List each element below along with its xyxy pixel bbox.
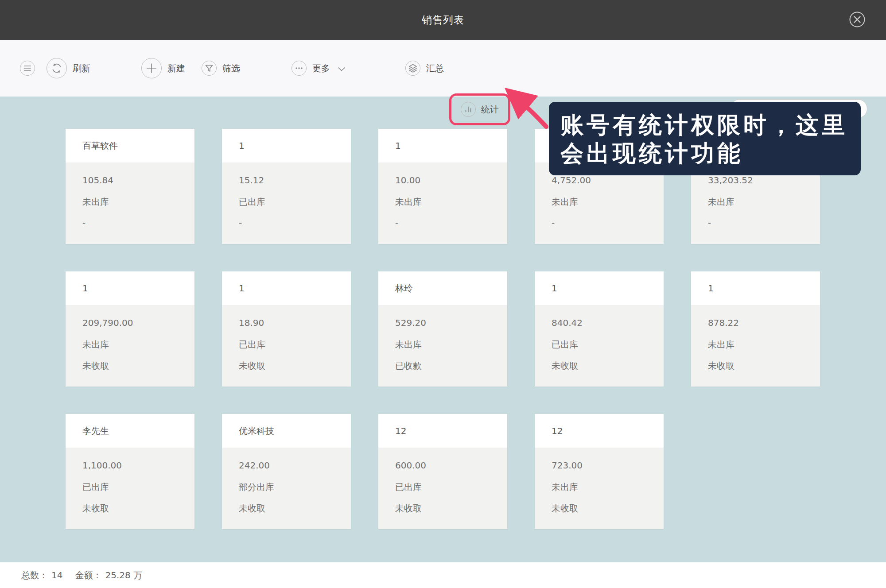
filter-button[interactable]: 筛选 [202,40,240,97]
callout-line1: 账号有统计权限时，这里 [560,111,861,139]
card-body: 878.22 未出库 未收取 [691,305,820,387]
stats-label: 统计 [481,104,499,116]
order-amount: 209,790.00 [82,317,190,327]
callout-line2: 会出现统计功能 [560,139,861,167]
stock-status: 已出库 [395,481,503,491]
plus-icon [141,58,162,78]
stock-status: 未出库 [395,339,503,348]
payment-status: 未收取 [395,503,503,512]
callout-tooltip: 账号有统计权限时，这里 会出现统计功能 [549,102,861,175]
total-count-label: 总数： [21,569,48,581]
customer-name: 1 [82,283,88,294]
order-amount: 878.22 [708,317,816,327]
payment-status: - [552,217,659,227]
sales-card[interactable]: 李先生 1,100.00 已出库 未收取 [66,414,194,529]
chevron-down-icon [338,63,346,74]
payment-status: 未收取 [552,360,659,369]
payment-status: 未收取 [239,360,346,369]
payment-status: - [708,217,816,227]
card-header: 1 [691,271,820,305]
more-label: 更多 [312,62,330,74]
refresh-icon [47,58,67,78]
sales-card[interactable]: 1 878.22 未出库 未收取 [691,271,820,387]
card-header: 12 [535,414,664,448]
toolbar: 刷新 新建 筛选 更多 [0,40,886,97]
bar-chart-icon [461,102,476,117]
sales-card[interactable]: 1 840.42 已出库 未收取 [535,271,664,387]
sales-card[interactable]: 1 209,790.00 未出库 未收取 [66,271,194,387]
customer-name: 1 [239,283,245,294]
card-header: 12 [378,414,507,448]
payment-status: - [395,217,503,227]
stock-status: 未出库 [82,196,190,205]
order-amount: 18.90 [239,317,346,327]
payment-status: 未收取 [708,360,816,369]
card-header: 林玲 [378,271,507,305]
payment-status: 未收取 [239,503,346,512]
more-button[interactable]: 更多 [291,40,346,97]
title-bar: 销售列表 [0,0,886,40]
new-button[interactable]: 新建 [141,40,185,97]
amount-label: 金额： [75,569,101,581]
customer-name: 李先生 [82,425,109,437]
sales-card[interactable]: 12 600.00 已出库 未收取 [378,414,507,529]
refresh-label: 刷新 [73,62,90,74]
summary-button[interactable]: 汇总 [405,40,444,97]
card-body: 840.42 已出库 未收取 [535,305,664,387]
order-amount: 10.00 [395,175,503,184]
sales-card[interactable]: 百草软件 105.84 未出库 - [66,129,194,244]
payment-status: 已收款 [395,360,503,369]
summary-label: 汇总 [426,62,444,74]
order-amount: 33,203.52 [708,175,816,184]
stock-status: 已出库 [82,481,190,491]
customer-name: 1 [239,140,245,151]
order-amount: 723.00 [552,460,659,469]
payment-status: 未收取 [82,503,190,512]
sales-card[interactable]: 1 10.00 未出库 - [378,129,507,244]
stock-status: 未出库 [708,196,816,205]
menu-button[interactable] [20,40,35,97]
status-bar: 总数： 14 金额： 25.28 万 [0,562,886,588]
card-header: 1 [535,271,664,305]
card-header: 1 [66,271,194,305]
payment-status: 未收取 [82,360,190,369]
order-amount: 840.42 [552,317,659,327]
stats-button[interactable]: 统计 [461,102,499,117]
card-header: 1 [378,129,507,162]
card-header: 优米科技 [222,414,351,448]
funnel-icon [202,61,217,76]
payment-status: - [239,217,346,227]
stock-status: 已出库 [552,339,659,348]
order-amount: 242.00 [239,460,346,469]
customer-name: 林玲 [395,282,413,294]
order-amount: 105.84 [82,175,190,184]
customer-name: 1 [552,283,557,294]
card-body: 242.00 部分出库 未收取 [222,448,351,529]
refresh-button[interactable]: 刷新 [47,40,90,97]
card-body: 723.00 未出库 未收取 [535,448,664,529]
card-body: 529.20 未出库 已收款 [378,305,507,387]
sales-card[interactable]: 12 723.00 未出库 未收取 [535,414,664,529]
sales-card[interactable]: 1 18.90 已出库 未收取 [222,271,351,387]
sales-card[interactable]: 1 15.12 已出库 - [222,129,351,244]
stock-status: 未出库 [395,196,503,205]
card-body: 600.00 已出库 未收取 [378,448,507,529]
page-title: 销售列表 [0,0,886,40]
stock-status: 部分出库 [239,481,346,491]
close-button[interactable] [849,11,866,28]
card-grid: 百草软件 105.84 未出库 - 1 15.12 已出库 - 1 10.00 … [66,129,821,529]
sales-card[interactable]: 优米科技 242.00 部分出库 未收取 [222,414,351,529]
card-body: 1,100.00 已出库 未收取 [66,448,194,529]
card-header: 李先生 [66,414,194,448]
customer-name: 1 [395,140,401,151]
customer-name: 12 [552,426,563,436]
stock-status: 已出库 [239,339,346,348]
stock-status: 未出库 [552,196,659,205]
card-body: 209,790.00 未出库 未收取 [66,305,194,387]
sales-card[interactable]: 林玲 529.20 未出库 已收款 [378,271,507,387]
customer-name: 百草软件 [82,140,118,152]
stock-status: 已出库 [239,196,346,205]
order-amount: 15.12 [239,175,346,184]
stats-highlight-box: 统计 [449,93,510,125]
card-body: 105.84 未出库 - [66,162,194,244]
